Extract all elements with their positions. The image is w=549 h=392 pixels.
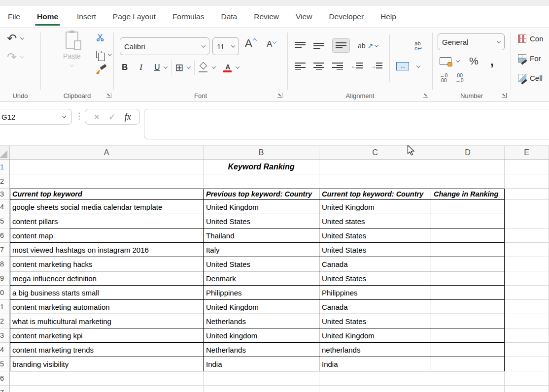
cell-B13[interactable]: United kingdom [204,328,319,343]
cell-E16[interactable] [505,371,549,386]
cell-C5[interactable]: United states [319,214,431,229]
increase-decimal-button[interactable]: .00 →0 [455,73,463,83]
borders-button[interactable]: ⊞ [175,63,184,72]
cell-C14[interactable]: netherlands [319,343,431,357]
cell-D12[interactable] [431,314,505,328]
menu-tab-developer[interactable]: Developer [328,9,365,24]
cell-E7[interactable] [505,243,549,257]
name-box[interactable]: G12 [0,109,72,125]
row-header-14[interactable]: 14 [0,343,10,357]
increase-indent-button[interactable]: → [371,63,382,70]
font-color-button[interactable]: A [223,63,232,72]
row-header-7[interactable]: 7 [0,243,10,257]
undo-dropdown-chevron-icon[interactable] [20,35,24,39]
cell-E3[interactable] [505,189,549,200]
copy-dropdown-chevron-icon[interactable] [108,52,112,56]
cell-D8[interactable] [431,257,505,271]
font-name-combo[interactable]: Calibri [120,37,209,55]
cell-E8[interactable] [505,257,549,271]
bottom-align-button-selected[interactable] [332,38,350,53]
cell-C16[interactable] [319,371,431,386]
number-dialog-launcher[interactable] [502,93,507,98]
underline-dropdown-chevron-icon[interactable] [163,65,167,68]
accounting-format-button[interactable] [440,57,451,65]
bold-button[interactable]: B [122,63,128,72]
orientation-chevron-icon[interactable] [375,43,378,47]
cell-D11[interactable] [431,300,505,314]
menu-tab-file[interactable]: File [7,9,21,24]
cell-E6[interactable] [505,229,549,243]
merge-center-button[interactable]: ↔ [396,62,409,70]
cell-D2[interactable] [431,174,505,189]
cell-A14[interactable]: content marketing trends [10,343,204,357]
cell-B3[interactable]: Previous top keyword: Country [204,189,319,200]
cell-C15[interactable]: India [319,357,431,371]
column-header-A[interactable]: A [10,146,204,160]
cell-A15[interactable]: branding visibility [10,357,204,371]
cell-C2[interactable] [319,174,431,189]
conditional-formatting-button[interactable]: Con [518,34,544,43]
row-header-13[interactable]: 13 [0,328,10,343]
row-header-16[interactable]: 16 [0,371,10,386]
cell-C3[interactable]: Current top keyword: Country [319,189,431,200]
cell-E10[interactable] [505,286,549,300]
middle-align-button[interactable] [313,42,324,49]
menu-tab-insert[interactable]: Insert [76,9,97,24]
row-header-15[interactable]: 15 [0,357,10,371]
cell-B8[interactable]: United States [204,257,319,271]
row-header-3[interactable]: 3 [0,189,10,200]
menu-tab-home[interactable]: Home [36,9,59,24]
cell-E1[interactable] [505,160,549,174]
enter-icon[interactable]: ✓ [108,112,115,122]
menu-tab-view[interactable]: View [295,9,313,24]
cell-B11[interactable]: United Kingdom [204,300,319,314]
formula-bar-handle-icon[interactable]: ⋮ [75,111,83,121]
cell-D9[interactable] [431,271,505,286]
menu-tab-formulas[interactable]: Formulas [172,9,206,24]
row-header-1[interactable]: 1 [0,160,10,174]
comma-style-button[interactable]: , [490,59,494,64]
cell-A2[interactable] [10,174,204,189]
cell-C7[interactable]: United States [319,243,431,257]
cell-E13[interactable] [505,328,549,343]
cell-E14[interactable] [505,343,549,357]
menu-tab-page-layout[interactable]: Page Layout [112,9,157,24]
column-header-E[interactable]: E [505,146,549,160]
cell-C12[interactable]: United States [319,314,431,328]
cell-E2[interactable] [505,174,549,189]
cell-C4[interactable]: United Kingdom [319,200,431,214]
fill-color-chevron-icon[interactable] [212,65,216,68]
insert-function-icon[interactable]: fx [125,112,131,122]
cell-E4[interactable] [505,200,549,214]
wrap-text-button[interactable]: ab c↩ [414,41,422,51]
borders-dropdown-chevron-icon[interactable] [187,65,191,68]
cell-B4[interactable]: United Kingdom [204,200,319,214]
formula-input[interactable] [144,109,549,139]
undo-button[interactable]: ↶ [7,33,24,44]
font-name-chevron-icon[interactable] [202,43,206,47]
menu-tab-data[interactable]: Data [220,9,238,24]
cell-A11[interactable]: content marketing automation [10,300,204,314]
cancel-icon[interactable]: × [94,111,100,123]
cell-D7[interactable] [431,243,505,257]
percent-style-button[interactable]: % [469,55,479,67]
number-format-combo[interactable]: General [438,33,505,50]
cell-E17[interactable] [505,386,549,392]
cell-D15[interactable] [431,357,505,371]
cell-B1[interactable]: Keyword Ranking [204,160,319,174]
cell-C13[interactable]: United Kingdom [319,328,431,343]
row-header-8[interactable]: 8 [0,257,10,271]
align-center-button[interactable] [313,63,324,70]
cell-A12[interactable]: what is multicultural marketing [10,314,204,328]
cell-B14[interactable]: Netherlands [204,343,319,357]
paste-dropdown-chevron-icon[interactable] [70,63,74,66]
format-as-table-button[interactable]: For [518,54,541,63]
decrease-decimal-button[interactable]: ←0 .00 [440,73,447,83]
menu-tab-help[interactable]: Help [379,9,397,24]
cell-E9[interactable] [505,271,549,286]
row-header-12[interactable]: 12 [0,314,10,328]
underline-button[interactable]: U [154,63,160,72]
paste-button[interactable]: Paste [58,32,86,79]
cell-B12[interactable]: Netherlands [204,314,319,328]
decrease-font-size-button[interactable]: A [267,39,276,49]
